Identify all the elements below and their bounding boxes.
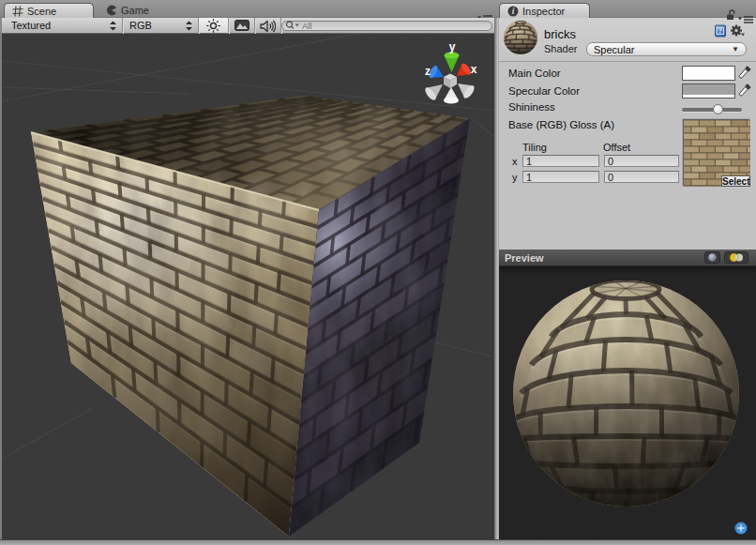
svg-text:y: y [449,40,456,53]
svg-text:z: z [425,65,431,78]
svg-text:i: i [512,7,515,16]
svg-text:x: x [471,63,477,76]
svg-text:?: ? [718,26,723,35]
